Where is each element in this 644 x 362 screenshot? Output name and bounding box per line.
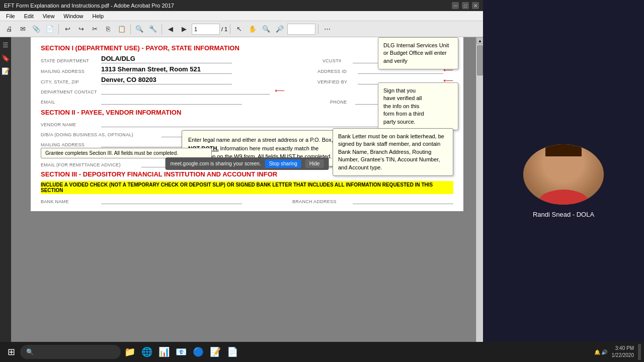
undo-button[interactable]: ↩ — [61, 23, 73, 35]
participant-avatar — [523, 144, 604, 205]
branch-addr-field[interactable] — [353, 196, 453, 204]
dept-contact-field[interactable] — [101, 86, 270, 95]
bank-name-label: BANK NAME — [41, 199, 101, 204]
participant-name: Randi Snead - DOLA — [533, 211, 594, 218]
participant-video — [523, 144, 604, 205]
prev-page[interactable]: ◀ — [165, 23, 177, 35]
stop-sharing-button[interactable]: Stop sharing — [265, 159, 301, 168]
grantee-note: Grantee completes Section III. All field… — [41, 148, 212, 158]
taskbar-clock: 3:40 PM 1/22/2020 — [612, 345, 634, 359]
taskbar-edge[interactable]: 🌐 — [139, 344, 155, 360]
create-button[interactable]: 📄 — [44, 23, 56, 35]
taskbar-search[interactable]: 🔍 — [20, 345, 121, 359]
state-dept-label: STATE DEPARTMENT — [41, 58, 101, 63]
clock-date: 1/22/2020 — [612, 352, 634, 359]
scroll-thumb[interactable] — [477, 45, 483, 75]
print-button[interactable]: 🖨 — [3, 23, 15, 35]
enhance-button[interactable]: 🔧 — [147, 23, 159, 35]
zoom-in[interactable]: 🔎 — [274, 23, 286, 35]
taskbar-word[interactable]: 📝 — [207, 344, 223, 360]
more-tools[interactable]: ⋯ — [321, 23, 333, 35]
dept-contact-label: DEPARTMENT CONTACT — [41, 89, 101, 95]
email-label: EMAIL — [41, 100, 101, 105]
scroll-up-button[interactable]: ▲ — [476, 37, 483, 44]
taskbar-right: 🔔 🔊 3:40 PM 1/22/2020 — [594, 344, 641, 360]
start-button[interactable]: ⊞ — [3, 344, 19, 360]
taskbar-explorer[interactable]: 📁 — [122, 344, 138, 360]
title-bar: EFT Form Explanation and Instructions.pd… — [0, 0, 483, 11]
zoom-level[interactable]: 156% — [287, 24, 315, 35]
pdf-area: SECTION I (DEPARTMENT USE) - PAYOR, STAT… — [11, 37, 483, 362]
tooltip-sign: Sign that you have verified all the info… — [378, 82, 458, 130]
dba-label: D/B/A (DOING BUSINESS AS, OPTIONAL) — [41, 132, 162, 137]
tooltip-dlg: DLG Internal Services Unit or Budget Off… — [378, 37, 458, 69]
maximize-button[interactable]: □ — [462, 2, 469, 9]
sidebar-pages-icon[interactable]: ☰ — [1, 40, 10, 49]
tooltip-sign-line1: Sign that you — [383, 87, 453, 95]
separator-1 — [58, 24, 59, 34]
scan-button[interactable]: 🔍 — [133, 23, 145, 35]
taskbar-excel[interactable]: 📊 — [156, 344, 172, 360]
address-id-label: ADDRESS ID — [317, 69, 358, 74]
bank-tooltip-text: Bank Letter must be on bank letterhead, … — [338, 133, 444, 170]
close-button[interactable]: ✕ — [472, 2, 479, 9]
page-number[interactable] — [192, 24, 220, 35]
mailing-addr-label: MAILING ADDRESS — [41, 69, 101, 74]
bank-tooltip: Bank Letter must be on bank letterhead, … — [333, 128, 453, 176]
phone-label: PHONE — [330, 100, 355, 105]
menu-window[interactable]: Window — [59, 12, 87, 20]
state-dept-value: DOLA/DLG — [101, 55, 232, 63]
branch-addr-label: BRANCH ADDRESS — [292, 199, 353, 204]
menu-view[interactable]: View — [39, 12, 59, 20]
separator-4 — [230, 24, 230, 34]
minimize-button[interactable]: ─ — [452, 2, 459, 9]
taskbar-acrobat[interactable]: 📄 — [224, 344, 240, 360]
zoom-out[interactable]: 🔍 — [260, 23, 272, 35]
window-title: EFT Form Explanation and Instructions.pd… — [4, 3, 174, 9]
scroll-track — [476, 44, 483, 355]
taskbar-show-desktop[interactable] — [638, 344, 641, 360]
taskbar-systray: 🔔 🔊 — [594, 349, 608, 355]
section3-header-text: SECTION III - DEPOSITORY FINANCIAL INSTI… — [41, 170, 277, 178]
tooltip-sign-line4: form from a third — [383, 110, 453, 118]
redo-button[interactable]: ↪ — [75, 23, 87, 35]
email-field[interactable] — [101, 97, 242, 105]
section3-include-text: INCLUDE A VOIDED CHECK (NOT A TEMPORARY … — [41, 181, 453, 194]
toolbar: 🖨 ✉ 📎 📄 ↩ ↪ ✂ ⎘ 📋 🔍 🔧 ◀ ▶ / 1 ↖ ✋ 🔍 🔎 15… — [0, 21, 483, 37]
grantee-note-text: Grantee completes Section III. All field… — [45, 150, 178, 156]
screen-share-bar: meet.google.com is sharing your screen. … — [166, 157, 329, 170]
left-sidebar: ☰ 🔖 📝 — [0, 37, 11, 362]
vcust-label: VCUST# — [323, 58, 353, 63]
sidebar-annot-icon[interactable]: 📝 — [1, 66, 10, 75]
next-page[interactable]: ▶ — [178, 23, 190, 35]
page-total: 1 — [224, 26, 227, 32]
tooltip-dlg-text: DLG Internal Services Unit or Budget Off… — [383, 42, 449, 64]
video-panel: Randi Snead - DOLA — [483, 0, 644, 362]
mailing-addr-value: 1313 Sherman Street, Room 521 — [101, 65, 232, 74]
page-separator: / — [221, 26, 223, 32]
vendor-name-label: VENDOR NAME — [41, 122, 101, 127]
separator-3 — [162, 24, 162, 34]
menu-file[interactable]: File — [2, 12, 19, 20]
tooltip-sign-line2: have verified all — [383, 95, 453, 102]
taskbar: ⊞ 🔍 📁 🌐 📊 📧 🔵 📝 📄 🔔 🔊 3:40 PM 1/22/2020 — [0, 342, 644, 362]
menu-help[interactable]: Help — [88, 12, 108, 20]
copy-button[interactable]: ⎘ — [102, 23, 114, 35]
taskbar-ie[interactable]: 🔵 — [190, 344, 206, 360]
scrollbar[interactable]: ▲ ▼ — [476, 37, 483, 362]
paste-button[interactable]: 📋 — [116, 23, 128, 35]
bank-name-field[interactable] — [101, 196, 242, 204]
taskbar-outlook[interactable]: 📧 — [173, 344, 189, 360]
email-button[interactable]: ✉ — [17, 23, 29, 35]
menu-edit[interactable]: Edit — [20, 12, 38, 20]
attach-button[interactable]: 📎 — [30, 23, 42, 35]
include-text: INCLUDE A VOIDED CHECK (NOT A TEMPORARY … — [41, 182, 433, 193]
dept-contact-arrow: ⟵ — [275, 86, 285, 95]
hand-tool[interactable]: ✋ — [247, 23, 259, 35]
cursor-tool[interactable]: ↖ — [233, 23, 245, 35]
sidebar-bookmarks-icon[interactable]: 🔖 — [1, 53, 10, 62]
hide-button[interactable]: Hide — [305, 159, 324, 168]
cut-button[interactable]: ✂ — [89, 23, 101, 35]
clock-time: 3:40 PM — [612, 345, 634, 352]
popup-text1: Enter legal name and either a street add… — [188, 137, 333, 143]
